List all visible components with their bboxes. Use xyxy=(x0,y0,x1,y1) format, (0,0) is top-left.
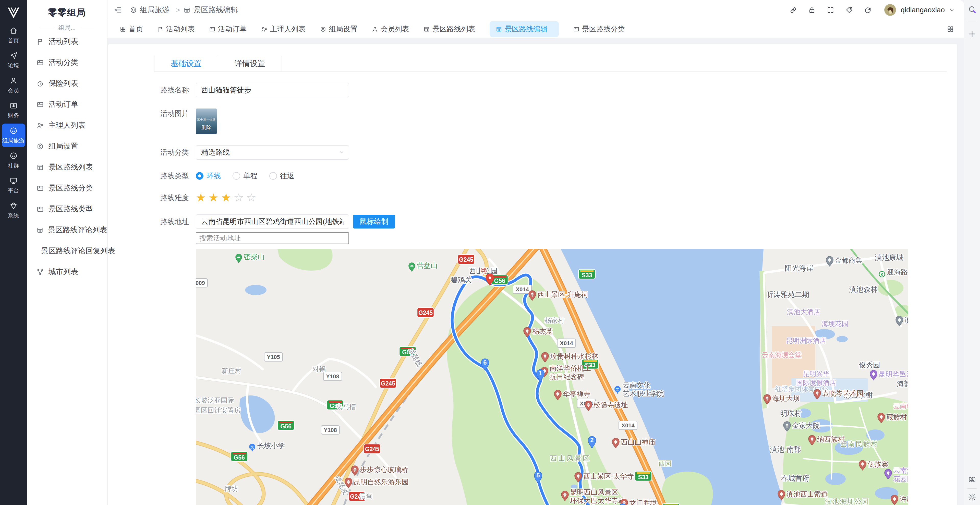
route-name-input[interactable] xyxy=(196,83,349,97)
svg-text:西山风景区: 西山风景区 xyxy=(550,454,591,462)
sidebar-item-icon xyxy=(37,122,44,129)
star-icon[interactable]: ☆ xyxy=(234,191,246,204)
sidebar-item-icon xyxy=(37,185,44,192)
route-type-radio[interactable]: 环线 xyxy=(196,171,221,181)
radio-dot xyxy=(196,172,204,180)
breadcrumb-item-icon xyxy=(183,6,191,14)
sidebar-menu-item[interactable]: 活动订单 xyxy=(27,94,107,115)
route-type-radio[interactable]: 往返 xyxy=(269,171,294,181)
sidebar-menu-item[interactable]: 主理人列表 xyxy=(27,115,107,136)
route-map[interactable]: G245G245G245G245G245G56G56G56G56G56S33S3… xyxy=(196,249,908,505)
rail-item-label: 财务 xyxy=(8,112,19,119)
collapse-sidebar-icon[interactable] xyxy=(114,6,122,14)
page-tab[interactable]: 景区路线列表 xyxy=(423,21,475,37)
svg-text:长坡泛亚国际: 长坡泛亚国际 xyxy=(196,397,234,404)
rail-item[interactable]: 平台 xyxy=(2,174,25,197)
sidebar-menu-item[interactable]: 城市列表 xyxy=(27,261,107,282)
link-icon[interactable] xyxy=(789,6,797,14)
sidebar-menu-item[interactable]: 景区路线类型 xyxy=(27,199,107,220)
mouse-draw-button[interactable]: 鼠标绘制 xyxy=(353,215,395,228)
radio-label: 单程 xyxy=(243,171,258,181)
main-area: 组局旅游 > 景区路线编辑 > qidiangaoxiao xyxy=(107,0,964,505)
rail-item[interactable]: 论坛 xyxy=(2,48,25,72)
address-input[interactable] xyxy=(196,215,349,229)
svg-text:西山景区-升庵祠: 西山景区-升庵祠 xyxy=(537,291,588,298)
search-icon[interactable] xyxy=(968,5,977,14)
app-logo-icon[interactable] xyxy=(6,5,21,20)
svg-text:环保大巴太华寺站: 环保大巴太华寺站 xyxy=(570,497,625,505)
breadcrumb-item[interactable]: 组局旅游 > xyxy=(130,5,183,15)
screenshot-icon[interactable] xyxy=(968,475,977,484)
rail-item[interactable]: 财务 xyxy=(2,99,25,122)
avatar[interactable] xyxy=(884,4,896,16)
sidebar-menu-item[interactable]: 景区路线评论回复列表 xyxy=(27,241,107,261)
settings-gear-icon[interactable] xyxy=(968,493,977,502)
svg-text:海埂花园: 海埂花园 xyxy=(822,320,848,328)
star-icon[interactable]: ☆ xyxy=(247,191,259,204)
page-tab-label: 会员列表 xyxy=(380,24,409,34)
rail-item[interactable]: 系统 xyxy=(2,199,25,222)
svg-text:春城首府: 春城首府 xyxy=(781,474,810,482)
sidebar-menu-item[interactable]: 保险列表 xyxy=(27,73,107,94)
star-icon[interactable]: ★ xyxy=(208,191,221,204)
add-icon[interactable] xyxy=(968,30,977,38)
sidebar-menu-item[interactable]: 景区路线分类 xyxy=(27,178,107,199)
page-tab[interactable]: 主理人列表 xyxy=(261,21,305,37)
page-tab[interactable]: 景区路线编辑 xyxy=(490,21,559,37)
breadcrumb-item[interactable]: 景区路线编辑 > xyxy=(183,5,238,15)
refresh-icon[interactable] xyxy=(864,6,872,14)
rail-item[interactable]: 首页 xyxy=(2,24,25,47)
rail-item[interactable]: 会员 xyxy=(2,73,25,97)
svg-text:迎海路: 迎海路 xyxy=(887,268,908,276)
sidebar-item-icon xyxy=(37,38,44,45)
svg-text:明珠村: 明珠村 xyxy=(780,409,802,417)
rail-item[interactable]: 组局旅游 xyxy=(2,124,25,147)
sidebar-item-label: 景区路线类型 xyxy=(48,204,93,214)
page-tab-icon xyxy=(209,26,215,32)
user-caret-icon[interactable] xyxy=(949,7,955,13)
page-tab[interactable]: 活动列表 xyxy=(157,21,195,37)
sidebar-item-label: 景区路线评论回复列表 xyxy=(41,246,115,256)
sidebar-menu-item[interactable]: 景区路线评论列表 xyxy=(27,220,107,241)
page-tab[interactable]: 首页 xyxy=(120,21,143,37)
category-select[interactable] xyxy=(196,145,349,159)
page-tab[interactable]: 景区路线分类 xyxy=(573,21,625,37)
delete-image-overlay[interactable]: 删除 xyxy=(196,124,217,131)
page-tab[interactable]: 会员列表 xyxy=(372,21,409,37)
divider xyxy=(40,28,54,28)
tab-options-icon[interactable] xyxy=(947,25,954,33)
sidebar-menu-item[interactable]: 组局设置 xyxy=(27,136,107,157)
rail-item[interactable]: 社群 xyxy=(2,148,25,172)
form-tab[interactable]: 基础设置 xyxy=(154,56,218,72)
svg-text:后甸: 后甸 xyxy=(360,492,373,500)
username[interactable]: qidiangaoxiao xyxy=(900,6,945,14)
fullscreen-icon[interactable] xyxy=(827,6,834,14)
address-search-input[interactable] xyxy=(196,233,349,244)
page-tab[interactable]: 活动订单 xyxy=(209,21,247,37)
sidebar-item-icon xyxy=(37,226,43,234)
svg-text:滇池大酒店: 滇池大酒店 xyxy=(787,308,820,315)
page-tab[interactable]: 组局设置 xyxy=(320,21,357,37)
form-tab[interactable]: 详情设置 xyxy=(218,56,282,72)
svg-text:Y108: Y108 xyxy=(324,427,337,433)
tags-icon[interactable] xyxy=(845,6,853,14)
activity-image-thumbnail[interactable]: 滇中第一佳境 删除 xyxy=(196,108,217,134)
difficulty-stars[interactable]: ★★★☆☆ xyxy=(196,192,259,203)
svg-text:文: 文 xyxy=(616,387,619,391)
category-select-value[interactable] xyxy=(196,145,349,159)
route-type-radio[interactable]: 单程 xyxy=(232,171,258,181)
sidebar-menu-item[interactable]: 活动分类 xyxy=(27,52,107,73)
svg-text:佤族寨: 佤族寨 xyxy=(868,460,888,468)
sidebar-menu-item[interactable]: 景区路线列表 xyxy=(27,157,107,178)
thumbnail-caption: 滇中第一佳境 xyxy=(196,118,217,121)
star-icon[interactable]: ★ xyxy=(221,191,234,204)
star-icon[interactable]: ★ xyxy=(196,191,208,204)
page-tab-label: 活动列表 xyxy=(166,24,195,34)
rail-item-icon xyxy=(10,76,18,85)
page-tab-icon xyxy=(320,26,326,32)
lock-icon[interactable] xyxy=(808,6,816,14)
field-label: 路线名称 xyxy=(154,85,189,95)
svg-text:海埂大坝: 海埂大坝 xyxy=(772,395,800,402)
sidebar-menu-item[interactable]: 活动列表 xyxy=(27,31,107,52)
svg-text:S33: S33 xyxy=(582,272,592,279)
